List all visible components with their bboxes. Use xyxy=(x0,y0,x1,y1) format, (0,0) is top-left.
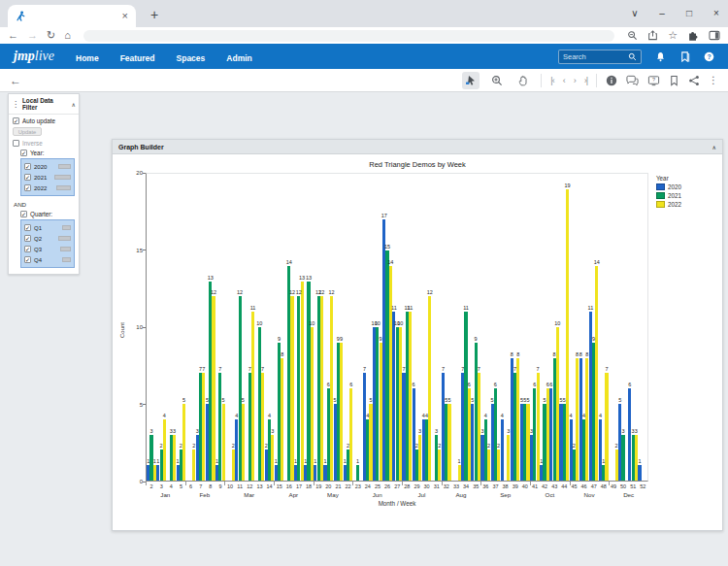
bar-value-label: 8 xyxy=(516,351,519,357)
notifications-bell-icon[interactable] xyxy=(655,51,666,62)
graph-collapse-icon[interactable]: ∧ xyxy=(712,144,716,150)
share-nodes-icon[interactable] xyxy=(688,75,700,86)
bar-value-label: 4 xyxy=(582,413,585,418)
filter-item-row[interactable]: ✓2022 xyxy=(24,183,71,193)
new-tab-button[interactable]: + xyxy=(146,7,163,24)
bar-value-label: 7 xyxy=(513,366,516,372)
bookmark-icon[interactable] xyxy=(669,75,679,86)
x-tick-week-7: 7 xyxy=(199,483,202,489)
filter-group-checkbox[interactable]: ✓ xyxy=(20,150,27,156)
filter-group-checkbox[interactable]: ✓ xyxy=(20,211,27,217)
info-icon[interactable] xyxy=(606,75,617,86)
nav-next-icon[interactable]: › xyxy=(574,76,576,85)
browser-tab[interactable]: × xyxy=(8,5,136,27)
filter-item-row[interactable]: ✓Q2 xyxy=(24,233,71,244)
filter-item-checkbox[interactable]: ✓ xyxy=(24,174,31,181)
nav-link-spaces[interactable]: Spaces xyxy=(177,53,206,63)
legend-row-2020[interactable]: 2020 xyxy=(656,183,703,190)
window-menu-icon[interactable]: ∨ xyxy=(629,8,641,18)
bar-value-label: 1 xyxy=(602,458,605,464)
week-group-5: 1255 xyxy=(176,174,185,481)
x-tick-week-44: 44 xyxy=(561,483,567,489)
nav-link-home[interactable]: Home xyxy=(76,53,99,63)
pointer-tool-button[interactable] xyxy=(462,72,480,89)
filter-item-row[interactable]: ✓Q4 xyxy=(24,254,71,265)
browser-home-icon[interactable]: ⌂ xyxy=(64,30,71,41)
month-label-dec: Dec xyxy=(609,491,648,498)
nav-first-icon[interactable]: |‹ xyxy=(550,76,553,85)
bar-value-label: 3 xyxy=(149,428,152,434)
bar-value-label: 9 xyxy=(278,336,281,342)
update-button[interactable]: Update xyxy=(13,127,42,136)
presentation-help-icon[interactable]: ? xyxy=(647,75,660,86)
x-tick-week-38: 38 xyxy=(503,483,509,489)
filter-group-row[interactable]: ✓Year: xyxy=(9,147,79,156)
minimize-icon[interactable]: – xyxy=(656,8,668,18)
nav-link-admin[interactable]: Admin xyxy=(226,53,251,63)
bookmark-star-icon[interactable]: ☆ xyxy=(668,30,678,41)
zoom-tool-button[interactable] xyxy=(488,72,506,89)
auto-update-checkbox[interactable]: ✓ xyxy=(13,117,19,124)
filter-item-checkbox[interactable]: ✓ xyxy=(24,184,31,191)
grab-tool-button[interactable] xyxy=(514,72,532,89)
x-tick-week-8: 8 xyxy=(209,483,212,489)
search-box[interactable] xyxy=(558,50,642,64)
auto-update-row[interactable]: ✓ Auto update xyxy=(9,115,79,124)
more-menu-icon[interactable]: ⋮ xyxy=(709,75,718,85)
filter-group-label: Quarter: xyxy=(30,211,52,217)
x-tick-week-40: 40 xyxy=(522,483,528,489)
x-tick-week-29: 29 xyxy=(414,483,419,489)
inverse-row[interactable]: Inverse xyxy=(9,137,79,147)
help-icon[interactable]: ? xyxy=(704,51,714,62)
jmp-live-logo[interactable]: jmplive xyxy=(14,49,54,64)
bar-2020-week-38[interactable] xyxy=(501,419,504,481)
bookmarks-icon[interactable] xyxy=(679,51,690,62)
browser-back-icon[interactable]: ← xyxy=(8,30,18,41)
x-tick-week-43: 43 xyxy=(551,483,557,489)
filter-item-checkbox[interactable]: ✓ xyxy=(24,235,31,242)
filter-item-checkbox[interactable]: ✓ xyxy=(24,224,31,231)
filter-item-row[interactable]: ✓Q3 xyxy=(24,244,71,254)
filter-item-row[interactable]: ✓Q1 xyxy=(24,222,71,233)
bar-2021-week-23[interactable] xyxy=(356,465,359,481)
filter-item-checkbox[interactable]: ✓ xyxy=(24,256,31,263)
filter-item-row[interactable]: ✓2021 xyxy=(24,172,71,183)
legend-row-2022[interactable]: 2022 xyxy=(656,201,703,208)
filter-item-checkbox[interactable]: ✓ xyxy=(24,246,31,252)
week-group-20: 161220 xyxy=(323,174,333,481)
zoom-icon[interactable] xyxy=(627,30,638,41)
x-tick-week-45: 45 xyxy=(571,483,577,489)
search-icon[interactable] xyxy=(628,52,637,61)
nav-prev-icon[interactable]: ‹ xyxy=(563,76,565,85)
browser-forward-icon[interactable]: → xyxy=(27,30,38,41)
comments-icon[interactable] xyxy=(626,75,639,86)
browser-reload-icon[interactable]: ↻ xyxy=(47,30,55,41)
filter-item-checkbox[interactable]: ✓ xyxy=(24,163,31,170)
bar-value-label: 7 xyxy=(363,366,366,372)
bar-value-label: 6 xyxy=(413,382,415,387)
filter-collapse-icon[interactable]: ∧ xyxy=(72,101,76,108)
filter-group-row[interactable]: ✓Quarter: xyxy=(9,208,79,217)
share-icon[interactable] xyxy=(647,30,658,41)
tab-close-icon[interactable]: × xyxy=(122,11,128,21)
graph-builder-header[interactable]: Graph Builder ∧ xyxy=(113,140,722,154)
nav-link-featured[interactable]: Featured xyxy=(120,53,155,63)
inverse-checkbox[interactable] xyxy=(13,140,19,147)
bar-2020-week-52[interactable] xyxy=(638,465,641,481)
bar-value-label: 8 xyxy=(576,351,579,357)
month-label-apr: Apr xyxy=(274,491,314,498)
nav-last-icon[interactable]: ›| xyxy=(584,76,587,85)
x-tick-week-18: 18 xyxy=(306,483,312,489)
search-input[interactable] xyxy=(563,52,628,61)
week-group-16: 141216 xyxy=(284,174,294,481)
maximize-icon[interactable]: □ xyxy=(683,8,695,18)
extensions-puzzle-icon[interactable] xyxy=(687,30,699,42)
filter-menu-icon[interactable]: ⋮ xyxy=(12,100,19,109)
window-close-icon[interactable]: × xyxy=(711,8,722,18)
side-panel-icon[interactable] xyxy=(709,30,720,41)
bar-2021-week-50[interactable] xyxy=(621,435,624,481)
address-bar[interactable] xyxy=(83,30,614,42)
app-back-icon[interactable]: ← xyxy=(10,74,21,87)
filter-item-row[interactable]: ✓2020 xyxy=(24,161,71,172)
legend-row-2021[interactable]: 2021 xyxy=(656,192,703,199)
